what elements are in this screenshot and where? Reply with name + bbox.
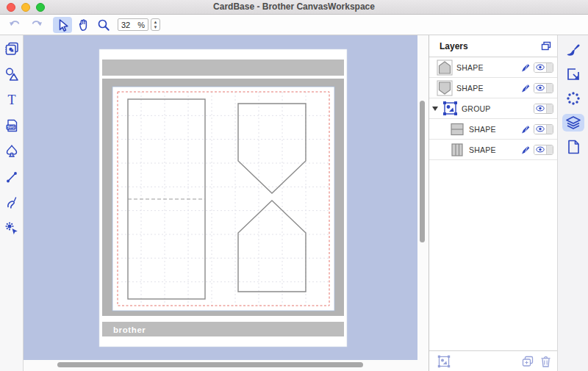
disclosure-triangle-icon[interactable] <box>432 107 438 111</box>
layer-thumbnail <box>437 80 453 96</box>
select-arrow-icon <box>55 18 70 32</box>
layers-panel: Layers SHAPE <box>429 35 557 371</box>
eye-icon <box>536 126 545 132</box>
color-properties-button[interactable] <box>562 41 584 59</box>
zoom-level-field[interactable]: 32 % <box>118 18 148 31</box>
select-tool-button[interactable] <box>53 17 72 33</box>
edit-pen-icon[interactable] <box>520 124 531 134</box>
svg-import-button[interactable]: SVG <box>3 117 21 134</box>
zoom-unit: % <box>137 21 145 29</box>
decorative-shape-icon <box>4 143 20 159</box>
layer-thumbnail <box>437 60 453 76</box>
duplicate-icon <box>522 356 534 367</box>
visibility-off-segment[interactable] <box>546 63 553 72</box>
layer-thumbnail <box>442 101 458 117</box>
redo-icon <box>29 18 43 32</box>
canvas-container: brother <box>24 35 429 371</box>
visibility-toggle[interactable] <box>534 83 553 93</box>
stepper-up-icon: ▲ <box>154 20 158 25</box>
stepper-down-icon: ▼ <box>154 25 158 30</box>
vertical-scrollbar[interactable] <box>420 101 425 242</box>
visibility-off-segment[interactable] <box>546 104 553 113</box>
undo-icon <box>8 18 23 32</box>
duplicate-layer-button[interactable] <box>520 354 535 369</box>
edit-pen-icon[interactable] <box>520 145 531 155</box>
redo-button[interactable] <box>26 17 46 33</box>
effects-button[interactable] <box>562 90 584 107</box>
zoom-value: 32 <box>121 21 130 29</box>
delete-layer-button[interactable] <box>538 354 553 369</box>
color-brush-icon <box>565 42 581 58</box>
visibility-toggle[interactable] <box>534 145 553 155</box>
edit-transform-button[interactable] <box>562 65 584 83</box>
group-selection-thumb-icon <box>442 101 458 116</box>
line-tool-button[interactable] <box>3 168 21 186</box>
svg-text:T: T <box>7 93 15 107</box>
layers-icon <box>565 115 581 131</box>
layer-thumbnail <box>449 121 465 137</box>
pattern-select-icon <box>4 220 20 237</box>
trash-icon <box>540 356 551 367</box>
split-horizontal-thumb-icon <box>449 121 465 137</box>
layer-row-shape-2[interactable]: SHAPE <box>429 78 557 98</box>
page-settings-button[interactable] <box>562 138 584 156</box>
pentagon-up-thumb-icon <box>437 60 453 76</box>
zoom-tool-button[interactable] <box>94 17 113 33</box>
horizontal-scrollbar[interactable] <box>57 362 363 367</box>
curve-icon <box>4 195 20 211</box>
zoom-stepper[interactable]: ▲ ▼ <box>151 18 160 31</box>
brother-logo: brother <box>113 325 146 334</box>
layers-panel-footer <box>429 350 557 371</box>
hand-tool-button[interactable] <box>74 17 93 33</box>
undo-button[interactable] <box>6 17 25 33</box>
eye-icon <box>536 105 545 112</box>
page-icon <box>565 139 581 155</box>
canvas-drawing: brother <box>24 35 417 360</box>
eye-icon <box>536 84 545 91</box>
window-title: CardBase - Brother CanvasWorkspace <box>0 0 588 14</box>
layer-label: GROUP <box>462 104 491 113</box>
layer-label: SHAPE <box>456 63 484 72</box>
curve-tool-button[interactable] <box>3 194 21 212</box>
layer-label: SHAPE <box>456 84 484 93</box>
effects-dots-icon <box>565 90 581 107</box>
select-image-button[interactable] <box>437 354 451 369</box>
pentagon-down-thumb-icon <box>437 80 453 96</box>
visibility-off-segment[interactable] <box>546 84 553 93</box>
visibility-off-segment[interactable] <box>546 145 553 154</box>
layer-label: SHAPE <box>469 145 496 154</box>
select-image-icon <box>437 355 451 368</box>
text-tool-button[interactable]: T <box>3 91 21 109</box>
toolbar: 32 % ▲ ▼ <box>0 15 588 35</box>
edit-pen-icon[interactable] <box>520 83 531 93</box>
canvas-viewport[interactable]: brother <box>24 35 417 360</box>
app-window: CardBase - Brother CanvasWorkspace <box>0 0 588 371</box>
pattern-library-icon <box>4 40 20 57</box>
right-panel-strip <box>557 35 588 371</box>
panel-collapse-button[interactable] <box>541 41 551 51</box>
split-vertical-thumb-icon <box>449 142 465 158</box>
layers-panel-button[interactable] <box>562 114 584 132</box>
magnifier-icon <box>96 18 111 32</box>
shapes-tool-button[interactable] <box>3 65 21 83</box>
visibility-toggle[interactable] <box>534 62 553 73</box>
edit-transform-icon <box>565 66 581 82</box>
decorative-shape-button[interactable] <box>3 143 21 160</box>
titlebar: CardBase - Brother CanvasWorkspace <box>0 0 588 15</box>
visibility-toggle[interactable] <box>534 104 553 114</box>
layer-row-group[interactable]: GROUP <box>429 98 557 119</box>
layer-row-shape-3[interactable]: SHAPE <box>429 119 557 140</box>
layers-panel-title: Layers <box>440 41 468 51</box>
layer-row-shape-1[interactable]: SHAPE <box>429 57 557 78</box>
visibility-off-segment[interactable] <box>546 125 553 134</box>
svg-import-icon: SVG <box>4 118 20 134</box>
pattern-library-button[interactable] <box>3 40 21 57</box>
edit-pen-icon[interactable] <box>520 62 531 73</box>
mat-top-band <box>102 60 344 76</box>
layers-panel-header: Layers <box>429 35 557 57</box>
layer-thumbnail <box>449 142 465 158</box>
visibility-toggle[interactable] <box>534 124 553 134</box>
pattern-select-button[interactable] <box>3 220 21 237</box>
eye-icon <box>536 146 545 153</box>
layer-row-shape-4[interactable]: SHAPE <box>429 140 557 160</box>
